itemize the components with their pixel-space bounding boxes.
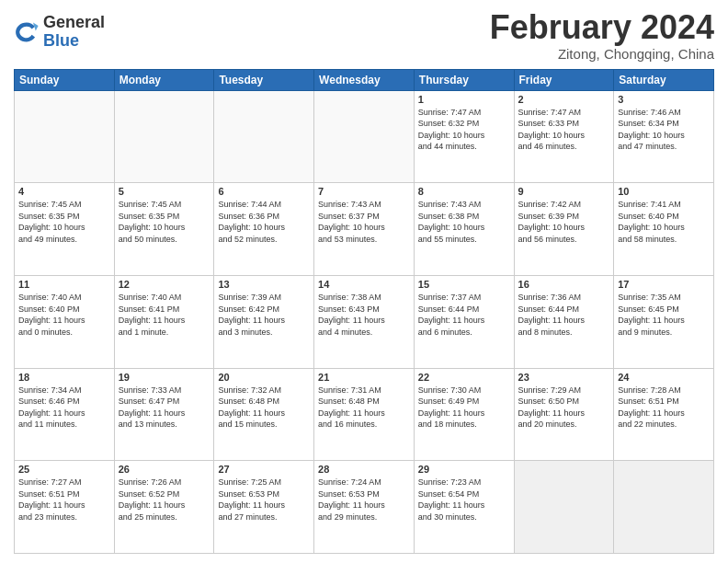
calendar-cell: 23Sunrise: 7:29 AM Sunset: 6:50 PM Dayli… xyxy=(514,368,614,461)
day-number: 12 xyxy=(119,279,210,290)
day-number: 1 xyxy=(418,94,510,105)
day-number: 8 xyxy=(418,186,510,197)
calendar-cell: 13Sunrise: 7:39 AM Sunset: 6:42 PM Dayli… xyxy=(214,275,314,368)
day-info: Sunrise: 7:43 AM Sunset: 6:37 PM Dayligh… xyxy=(318,199,410,245)
logo-general: General xyxy=(43,14,105,32)
location: Zitong, Chongqing, China xyxy=(490,46,714,62)
day-number: 26 xyxy=(119,464,210,475)
day-info: Sunrise: 7:41 AM Sunset: 6:40 PM Dayligh… xyxy=(618,199,710,245)
day-number: 23 xyxy=(518,372,610,383)
day-info: Sunrise: 7:46 AM Sunset: 6:34 PM Dayligh… xyxy=(618,107,710,153)
day-number: 15 xyxy=(418,279,510,290)
calendar-cell: 3Sunrise: 7:46 AM Sunset: 6:34 PM Daylig… xyxy=(614,90,714,183)
day-number: 5 xyxy=(119,186,210,197)
day-number: 6 xyxy=(218,186,310,197)
calendar-cell: 8Sunrise: 7:43 AM Sunset: 6:38 PM Daylig… xyxy=(414,183,514,276)
day-info: Sunrise: 7:28 AM Sunset: 6:51 PM Dayligh… xyxy=(618,385,710,431)
day-number: 2 xyxy=(518,94,610,105)
day-info: Sunrise: 7:43 AM Sunset: 6:38 PM Dayligh… xyxy=(418,199,510,245)
day-info: Sunrise: 7:30 AM Sunset: 6:49 PM Dayligh… xyxy=(418,385,510,431)
day-info: Sunrise: 7:31 AM Sunset: 6:48 PM Dayligh… xyxy=(318,385,410,431)
calendar-cell xyxy=(514,461,614,554)
calendar-week-row: 25Sunrise: 7:27 AM Sunset: 6:51 PM Dayli… xyxy=(15,461,714,554)
calendar-cell xyxy=(15,90,115,183)
day-info: Sunrise: 7:37 AM Sunset: 6:44 PM Dayligh… xyxy=(418,292,510,338)
calendar-table: SundayMondayTuesdayWednesdayThursdayFrid… xyxy=(14,69,714,554)
calendar-cell: 26Sunrise: 7:26 AM Sunset: 6:52 PM Dayli… xyxy=(114,461,214,554)
calendar-header-saturday: Saturday xyxy=(614,69,714,90)
day-info: Sunrise: 7:47 AM Sunset: 6:33 PM Dayligh… xyxy=(518,107,610,153)
day-number: 16 xyxy=(518,279,610,290)
day-number: 29 xyxy=(418,464,510,475)
day-info: Sunrise: 7:38 AM Sunset: 6:43 PM Dayligh… xyxy=(318,292,410,338)
day-number: 20 xyxy=(218,372,310,383)
day-info: Sunrise: 7:34 AM Sunset: 6:46 PM Dayligh… xyxy=(18,385,110,431)
day-number: 25 xyxy=(18,464,110,475)
day-info: Sunrise: 7:33 AM Sunset: 6:47 PM Dayligh… xyxy=(119,385,210,431)
calendar-week-row: 1Sunrise: 7:47 AM Sunset: 6:32 PM Daylig… xyxy=(15,90,714,183)
calendar-cell xyxy=(314,90,415,183)
day-info: Sunrise: 7:32 AM Sunset: 6:48 PM Dayligh… xyxy=(218,385,310,431)
calendar-cell: 21Sunrise: 7:31 AM Sunset: 6:48 PM Dayli… xyxy=(314,368,415,461)
calendar-cell: 17Sunrise: 7:35 AM Sunset: 6:45 PM Dayli… xyxy=(614,275,714,368)
calendar-cell: 20Sunrise: 7:32 AM Sunset: 6:48 PM Dayli… xyxy=(214,368,314,461)
calendar-cell: 4Sunrise: 7:45 AM Sunset: 6:35 PM Daylig… xyxy=(15,183,115,276)
day-info: Sunrise: 7:44 AM Sunset: 6:36 PM Dayligh… xyxy=(218,199,310,245)
day-number: 9 xyxy=(518,186,610,197)
day-info: Sunrise: 7:36 AM Sunset: 6:44 PM Dayligh… xyxy=(518,292,610,338)
logo-text: General Blue xyxy=(43,14,105,51)
day-info: Sunrise: 7:27 AM Sunset: 6:51 PM Dayligh… xyxy=(18,477,110,523)
calendar-header-thursday: Thursday xyxy=(414,69,514,90)
logo-icon xyxy=(14,19,40,45)
month-title: February 2024 xyxy=(490,9,714,46)
day-number: 17 xyxy=(618,279,710,290)
day-info: Sunrise: 7:45 AM Sunset: 6:35 PM Dayligh… xyxy=(119,199,210,245)
calendar-cell: 5Sunrise: 7:45 AM Sunset: 6:35 PM Daylig… xyxy=(114,183,214,276)
day-number: 27 xyxy=(218,464,310,475)
calendar-cell: 24Sunrise: 7:28 AM Sunset: 6:51 PM Dayli… xyxy=(614,368,714,461)
day-number: 3 xyxy=(618,94,710,105)
day-number: 28 xyxy=(318,464,410,475)
logo-blue: Blue xyxy=(43,32,105,51)
calendar-cell: 14Sunrise: 7:38 AM Sunset: 6:43 PM Dayli… xyxy=(314,275,415,368)
calendar-cell: 10Sunrise: 7:41 AM Sunset: 6:40 PM Dayli… xyxy=(614,183,714,276)
calendar-header-tuesday: Tuesday xyxy=(214,69,314,90)
calendar-cell: 16Sunrise: 7:36 AM Sunset: 6:44 PM Dayli… xyxy=(514,275,614,368)
calendar-cell xyxy=(614,461,714,554)
day-number: 10 xyxy=(618,186,710,197)
day-info: Sunrise: 7:40 AM Sunset: 6:41 PM Dayligh… xyxy=(119,292,210,338)
day-info: Sunrise: 7:25 AM Sunset: 6:53 PM Dayligh… xyxy=(218,477,310,523)
calendar-cell: 2Sunrise: 7:47 AM Sunset: 6:33 PM Daylig… xyxy=(514,90,614,183)
day-number: 19 xyxy=(119,372,210,383)
calendar-week-row: 18Sunrise: 7:34 AM Sunset: 6:46 PM Dayli… xyxy=(15,368,714,461)
calendar-cell: 28Sunrise: 7:24 AM Sunset: 6:53 PM Dayli… xyxy=(314,461,415,554)
day-number: 22 xyxy=(418,372,510,383)
calendar-cell xyxy=(214,90,314,183)
day-number: 7 xyxy=(318,186,410,197)
logo: General Blue xyxy=(14,14,105,51)
calendar-cell: 11Sunrise: 7:40 AM Sunset: 6:40 PM Dayli… xyxy=(15,275,115,368)
day-number: 4 xyxy=(18,186,110,197)
day-info: Sunrise: 7:29 AM Sunset: 6:50 PM Dayligh… xyxy=(518,385,610,431)
day-number: 13 xyxy=(218,279,310,290)
day-info: Sunrise: 7:39 AM Sunset: 6:42 PM Dayligh… xyxy=(218,292,310,338)
calendar-cell: 1Sunrise: 7:47 AM Sunset: 6:32 PM Daylig… xyxy=(414,90,514,183)
day-info: Sunrise: 7:40 AM Sunset: 6:40 PM Dayligh… xyxy=(18,292,110,338)
page: General Blue February 2024 Zitong, Chong… xyxy=(0,0,728,563)
day-info: Sunrise: 7:45 AM Sunset: 6:35 PM Dayligh… xyxy=(18,199,110,245)
calendar-cell: 7Sunrise: 7:43 AM Sunset: 6:37 PM Daylig… xyxy=(314,183,415,276)
day-info: Sunrise: 7:42 AM Sunset: 6:39 PM Dayligh… xyxy=(518,199,610,245)
day-number: 11 xyxy=(18,279,110,290)
calendar-cell xyxy=(114,90,214,183)
day-info: Sunrise: 7:26 AM Sunset: 6:52 PM Dayligh… xyxy=(119,477,210,523)
calendar-header-sunday: Sunday xyxy=(15,69,115,90)
day-info: Sunrise: 7:23 AM Sunset: 6:54 PM Dayligh… xyxy=(418,477,510,523)
day-info: Sunrise: 7:35 AM Sunset: 6:45 PM Dayligh… xyxy=(618,292,710,338)
calendar-cell: 9Sunrise: 7:42 AM Sunset: 6:39 PM Daylig… xyxy=(514,183,614,276)
calendar-week-row: 4Sunrise: 7:45 AM Sunset: 6:35 PM Daylig… xyxy=(15,183,714,276)
calendar-header-friday: Friday xyxy=(514,69,614,90)
calendar-cell: 19Sunrise: 7:33 AM Sunset: 6:47 PM Dayli… xyxy=(114,368,214,461)
title-block: February 2024 Zitong, Chongqing, China xyxy=(490,9,714,62)
day-number: 21 xyxy=(318,372,410,383)
day-info: Sunrise: 7:47 AM Sunset: 6:32 PM Dayligh… xyxy=(418,107,510,153)
